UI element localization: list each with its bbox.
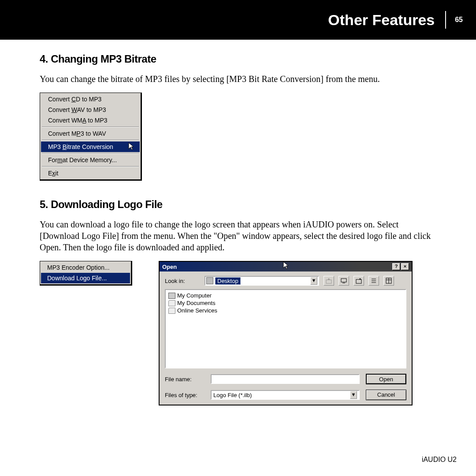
dialog-titlebar[interactable]: Open ? × — [160, 262, 412, 271]
menu-separator — [42, 140, 139, 141]
svg-rect-3 — [356, 279, 361, 283]
convert-menu: Convert CD to MP3 Convert WAV to MP3 Con… — [40, 93, 142, 181]
menu-item-format-memory[interactable]: Format Device Memory... — [41, 155, 140, 165]
help-button[interactable]: ? — [392, 263, 400, 270]
download-menu: MP3 Encoder Option... Download Logo File… — [40, 261, 132, 286]
svg-rect-0 — [326, 280, 331, 283]
menu-item-wma-to-mp3[interactable]: Convert WMA to MP3 — [41, 115, 140, 126]
desktop-button[interactable] — [338, 276, 349, 286]
section4-body: You can change the bitrate of MP3 files … — [40, 73, 436, 85]
list-item-label: My Computer — [177, 292, 212, 299]
filename-label: File name: — [165, 376, 205, 383]
chevron-down-icon[interactable]: ▼ — [350, 391, 357, 399]
header-divider — [445, 11, 446, 29]
folder-icon — [168, 300, 175, 306]
list-item[interactable]: My Computer — [168, 292, 403, 299]
menu-separator — [42, 166, 139, 167]
up-folder-button[interactable] — [324, 276, 334, 286]
page-number: 65 — [455, 16, 463, 24]
lookin-combo[interactable]: Desktop ▼ — [205, 276, 319, 286]
lookin-label: Look in: — [165, 278, 202, 284]
footer-product: iAUDIO U2 — [422, 456, 457, 464]
list-item-label: Online Services — [177, 307, 217, 314]
menu-item-exit[interactable]: Exit — [41, 168, 140, 178]
dialog-title: Open — [162, 264, 391, 270]
close-button[interactable]: × — [401, 263, 409, 270]
menu-item-wav-to-mp3[interactable]: Convert WAV to MP3 — [41, 104, 140, 115]
cancel-button[interactable]: Cancel — [366, 390, 406, 400]
desktop-icon — [206, 277, 213, 284]
menu-item-encoder-option[interactable]: MP3 Encoder Option... — [41, 262, 130, 273]
filetype-value: Logo File (*.ilb) — [213, 392, 252, 398]
list-item-label: My Documents — [177, 300, 216, 306]
section5-heading: 5. Downloading Logo File — [40, 198, 436, 211]
open-button[interactable]: Open — [366, 374, 406, 384]
filetype-label: Files of type: — [165, 392, 205, 398]
filetype-combo[interactable]: Logo File (*.ilb) ▼ — [211, 390, 360, 400]
details-view-button[interactable] — [383, 276, 394, 286]
menu-item-download-logo[interactable]: Download Logo File... — [41, 273, 130, 283]
lookin-value: Desktop — [215, 277, 241, 285]
filename-input[interactable] — [211, 374, 360, 384]
menu-separator — [42, 126, 139, 127]
open-dialog: Open ? × Look in: Desktop ▼ — [159, 261, 413, 405]
cursor-icon — [283, 261, 290, 271]
chevron-down-icon[interactable]: ▼ — [310, 277, 317, 285]
list-view-button[interactable] — [368, 276, 379, 286]
section4-heading: 4. Changing MP3 Bitrate — [40, 53, 436, 65]
header-bar: Other Features 65 — [0, 0, 476, 40]
svg-rect-1 — [341, 279, 346, 282]
menu-item-mp3-to-wav[interactable]: Convert MP3 to WAV — [41, 128, 140, 139]
menu-item-bitrate-conversion[interactable]: MP3 Bitrate Conversion — [41, 141, 140, 152]
computer-icon — [168, 293, 175, 299]
list-item[interactable]: My Documents — [168, 299, 403, 307]
new-folder-button[interactable] — [353, 276, 364, 286]
folder-icon — [168, 308, 175, 314]
page-title: Other Features — [328, 11, 435, 29]
menu-item-cd-to-mp3[interactable]: Convert CD to MP3 — [41, 94, 140, 104]
menu-separator — [42, 153, 139, 154]
file-list[interactable]: My Computer My Documents Online Services — [165, 289, 406, 368]
list-item[interactable]: Online Services — [168, 307, 403, 314]
section5-body: You can download a logo file to change t… — [40, 219, 436, 253]
